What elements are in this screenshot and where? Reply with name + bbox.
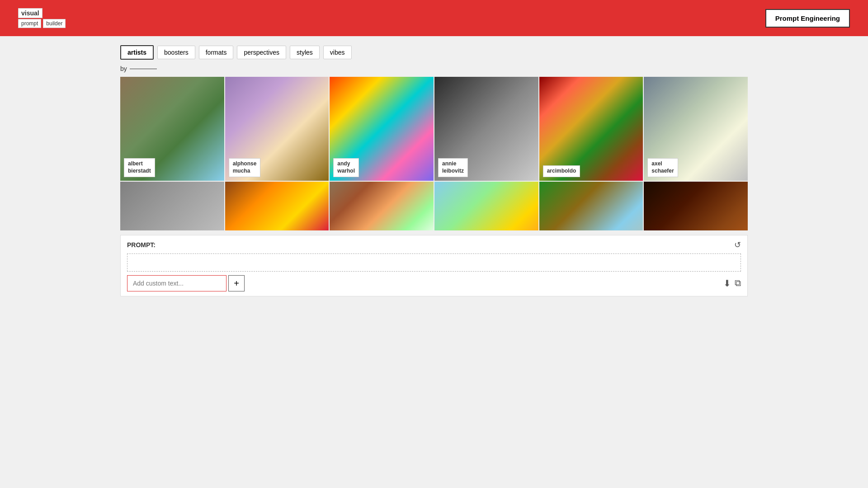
logo-prompt: prompt: [18, 19, 41, 28]
custom-text-input[interactable]: [127, 275, 226, 291]
tab-perspectives[interactable]: perspectives: [237, 46, 286, 59]
prompt-input-row: + ⬇ ⧉: [127, 275, 741, 291]
artist-label: alphonsemucha: [229, 158, 261, 177]
artist-label: albertbierstadt: [124, 158, 155, 177]
artist-card-arcimboldo[interactable]: arcimboldo: [539, 77, 643, 181]
header: visual prompt builder Prompt Engineering: [0, 0, 868, 36]
artist-card-alphonse-mucha[interactable]: alphonsemucha: [225, 77, 329, 181]
artist-card-banksy[interactable]: banksy: [120, 182, 224, 230]
artist-label: annieleibovitz: [438, 158, 468, 177]
download-icon[interactable]: ⬇: [723, 278, 731, 289]
artist-card-basquiat[interactable]: basquiat: [225, 182, 329, 230]
artist-grid: albertbierstadt alphonsemucha andywarhol…: [120, 77, 748, 230]
prompt-engineering-button[interactable]: Prompt Engineering: [765, 9, 850, 28]
artist-label: arcimboldo: [543, 165, 580, 177]
refresh-icon[interactable]: ↺: [734, 240, 741, 250]
artist-card-axel-schaefer[interactable]: axelschaefer: [644, 77, 748, 181]
tab-artists[interactable]: artists: [120, 45, 154, 60]
tabs-container: artists boosters formats perspectives st…: [120, 45, 748, 60]
artist-card-bill-watterson[interactable]: billwatterson: [434, 182, 538, 230]
artist-card-brueghel-the-elder[interactable]: brueghelthe elder: [539, 182, 643, 230]
add-button[interactable]: +: [228, 275, 245, 291]
copy-icon[interactable]: ⧉: [735, 278, 741, 289]
artist-card-andy-warhol[interactable]: andywarhol: [330, 77, 434, 181]
artist-card-caravaggio[interactable]: caravaggio: [644, 182, 748, 230]
logo-builder: builder: [43, 19, 66, 28]
artist-card-albert-bierstadt[interactable]: albertbierstadt: [120, 77, 224, 181]
prompt-actions: ⬇ ⧉: [723, 278, 741, 289]
by-label: by: [120, 65, 748, 72]
tab-vibes[interactable]: vibes: [323, 46, 352, 59]
artist-label: andywarhol: [333, 158, 359, 177]
prompt-label: PROMPT:: [127, 241, 156, 249]
artist-card-annie-leibovitz[interactable]: annieleibovitz: [434, 77, 538, 181]
main-content: artists boosters formats perspectives st…: [0, 36, 868, 296]
prompt-content-area: [127, 253, 741, 272]
prompt-header: PROMPT: ↺: [127, 240, 741, 250]
tab-boosters[interactable]: boosters: [157, 46, 195, 59]
artist-card-beatrix-potter[interactable]: beatrixpotter: [330, 182, 434, 230]
tab-formats[interactable]: formats: [199, 46, 234, 59]
logo: visual prompt builder: [18, 8, 66, 28]
prompt-input-left: +: [127, 275, 245, 291]
logo-visual: visual: [18, 8, 42, 18]
artist-label: axelschaefer: [647, 158, 678, 177]
tab-styles[interactable]: styles: [290, 46, 320, 59]
prompt-section: PROMPT: ↺ + ⬇ ⧉: [120, 235, 748, 296]
